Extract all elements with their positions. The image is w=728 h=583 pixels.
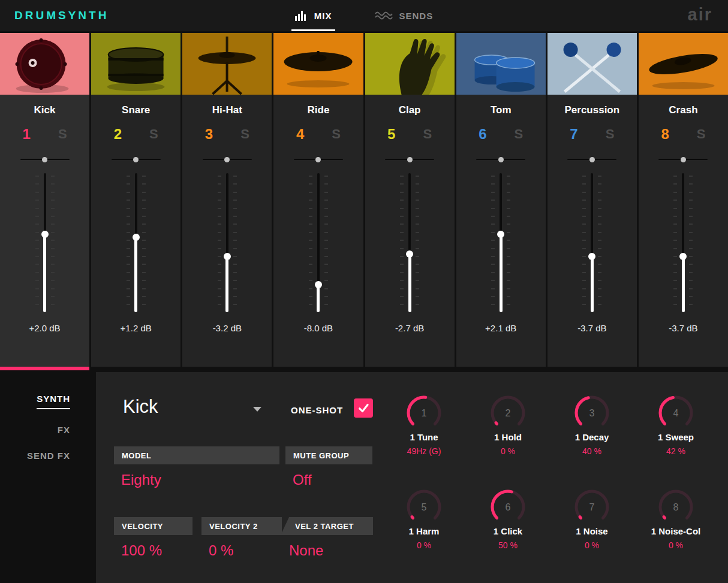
pan-slider[interactable] <box>476 157 525 162</box>
fader-thumb[interactable] <box>315 281 322 288</box>
selected-indicator <box>639 367 728 370</box>
view-tabs: MIX SENDS <box>0 0 728 31</box>
knob-value: 0 % <box>669 540 683 550</box>
fader-thumb[interactable] <box>406 250 413 258</box>
pad-number: 8 <box>661 126 669 143</box>
knob-noise[interactable]: 7 1 Noise 0 % <box>550 487 634 581</box>
knob-label: 1 Harm <box>409 526 440 536</box>
knob-dial[interactable]: 6 <box>488 487 528 527</box>
knob-dial[interactable]: 7 <box>571 487 612 527</box>
pan-slider[interactable] <box>112 157 161 162</box>
channel-strip-crash[interactable]: Crash 8 S -3.7 dB <box>639 33 728 370</box>
volume-fader[interactable] <box>399 171 420 315</box>
knob-decay[interactable]: 3 1 Decay 40 % <box>550 392 634 487</box>
selected-indicator <box>456 367 546 370</box>
chevron-down-icon[interactable] <box>253 407 261 412</box>
channel-strip-ride[interactable]: Ride 4 S -8.0 dB <box>273 33 363 370</box>
knob-hold[interactable]: 2 1 Hold 0 % <box>466 392 550 487</box>
pan-handle[interactable] <box>498 157 504 162</box>
fader-thumb[interactable] <box>679 253 687 260</box>
solo-button[interactable]: S <box>58 126 67 142</box>
channel-strip-kick[interactable]: Kick 1 S +2.0 dB <box>0 33 89 370</box>
channel-strip-tom[interactable]: Tom 6 S +2.1 dB <box>456 33 546 370</box>
velocity2-field-label: VELOCITY 2 <box>201 517 282 535</box>
pan-handle[interactable] <box>133 157 139 162</box>
fader-thumb[interactable] <box>497 231 504 238</box>
pan-handle[interactable] <box>315 157 321 162</box>
volume-readout: -2.7 dB <box>395 323 424 333</box>
solo-button[interactable]: S <box>606 126 615 142</box>
volume-readout: +2.1 dB <box>485 323 516 333</box>
pan-slider[interactable] <box>567 157 616 162</box>
pan-slider[interactable] <box>20 157 70 162</box>
channel-name: Kick <box>34 104 56 116</box>
velocity-value[interactable]: 100 % <box>121 542 162 559</box>
solo-button[interactable]: S <box>515 126 524 142</box>
knob-dial[interactable]: 2 <box>488 392 528 433</box>
knob-value: 0 % <box>501 446 515 456</box>
channel-strip-clap[interactable]: Clap 5 S -2.7 dB <box>365 33 455 370</box>
sidebar-item-fx[interactable]: FX <box>58 425 70 435</box>
volume-fader[interactable] <box>217 171 237 315</box>
model-value[interactable]: Eighty <box>121 472 161 488</box>
knob-dial[interactable]: 4 <box>655 392 696 433</box>
clap-hand-graphic <box>365 33 455 95</box>
solo-button[interactable]: S <box>423 126 432 142</box>
knob-dial[interactable]: 5 <box>404 487 444 527</box>
sidebar-item-synth[interactable]: SYNTH <box>37 394 70 409</box>
channel-strip-percussion[interactable]: Percussion 7 S -3.7 dB <box>547 33 637 370</box>
volume-fader[interactable] <box>582 171 602 315</box>
knob-harm[interactable]: 5 1 Harm 0 % <box>382 487 466 581</box>
tab-sends-label: SENDS <box>399 11 433 21</box>
solo-button[interactable]: S <box>240 126 249 142</box>
vel2-target-value[interactable]: None <box>289 542 323 559</box>
velocity2-value[interactable]: 0 % <box>209 542 233 559</box>
pan-handle[interactable] <box>42 157 47 162</box>
solo-button[interactable]: S <box>697 126 706 142</box>
knob-dial[interactable]: 3 <box>571 392 612 433</box>
pan-slider[interactable] <box>203 157 252 162</box>
knob-label: 1 Noise <box>576 526 607 536</box>
solo-button[interactable]: S <box>332 126 341 142</box>
preset-selector[interactable]: Kick <box>123 396 158 418</box>
volume-fader[interactable] <box>673 171 693 315</box>
pan-slider[interactable] <box>294 157 343 162</box>
channel-strip-snare[interactable]: Snare 2 S +1.2 dB <box>91 33 181 370</box>
solo-button[interactable]: S <box>149 126 158 142</box>
knob-sweep[interactable]: 4 1 Sweep 42 % <box>634 392 718 487</box>
hihat-image <box>182 33 272 95</box>
pan-handle[interactable] <box>589 157 595 162</box>
pan-handle[interactable] <box>681 157 686 162</box>
pan-slider[interactable] <box>385 157 434 162</box>
pan-slider[interactable] <box>658 157 708 162</box>
selected-indicator <box>547 367 637 370</box>
fader-thumb[interactable] <box>588 253 595 260</box>
one-shot-checkbox[interactable] <box>354 398 373 418</box>
fader-thumb[interactable] <box>224 253 231 260</box>
knob-tune[interactable]: 1 1 Tune 49Hz (G) <box>382 392 466 487</box>
knob-click[interactable]: 6 1 Click 50 % <box>466 487 550 581</box>
channel-strip-hihat[interactable]: Hi-Hat 3 S -3.2 dB <box>182 33 272 370</box>
selected-indicator <box>0 367 89 370</box>
knob-dial[interactable]: 8 <box>655 487 696 527</box>
tab-mix[interactable]: MIX <box>291 0 336 31</box>
volume-fader[interactable] <box>308 171 329 315</box>
pad-number: 3 <box>205 126 213 143</box>
fader-thumb[interactable] <box>133 234 140 241</box>
top-bar: DRUMSYNTH MIX SENDS air <box>0 0 728 31</box>
volume-readout: -3.2 dB <box>213 323 242 333</box>
pad-number: 7 <box>570 126 577 143</box>
tab-sends[interactable]: SENDS <box>371 0 437 31</box>
knob-number: 7 <box>589 502 595 512</box>
pan-handle[interactable] <box>224 157 230 162</box>
knob-noise-col[interactable]: 8 1 Noise-Col 0 % <box>634 487 718 581</box>
sidebar-item-send-fx[interactable]: SEND FX <box>27 451 70 461</box>
knob-dial[interactable]: 1 <box>404 392 444 433</box>
pan-handle[interactable] <box>407 157 413 162</box>
volume-fader[interactable] <box>35 171 55 315</box>
fader-thumb[interactable] <box>41 231 49 238</box>
mute-group-value[interactable]: Off <box>293 472 312 488</box>
knob-number: 3 <box>589 408 595 418</box>
volume-fader[interactable] <box>126 171 146 315</box>
volume-fader[interactable] <box>491 171 511 315</box>
